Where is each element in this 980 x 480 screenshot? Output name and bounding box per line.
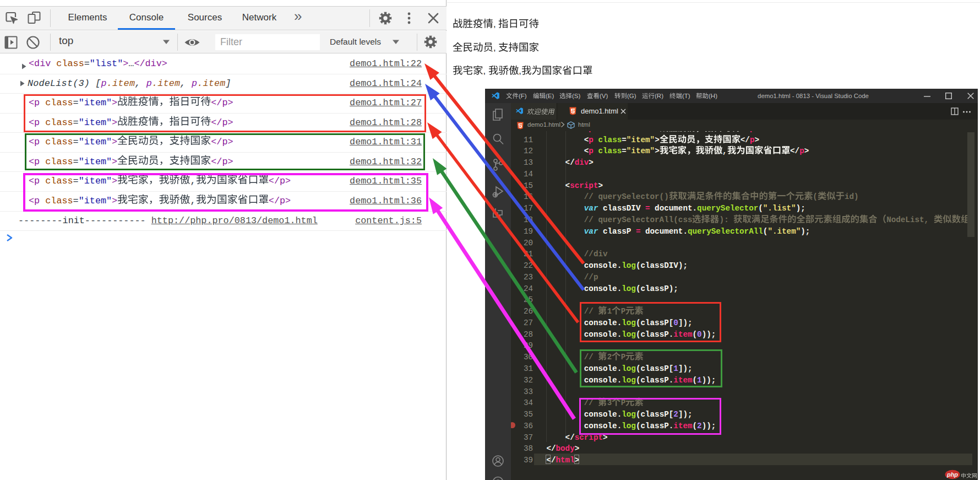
svg-text:php: php <box>946 471 958 478</box>
